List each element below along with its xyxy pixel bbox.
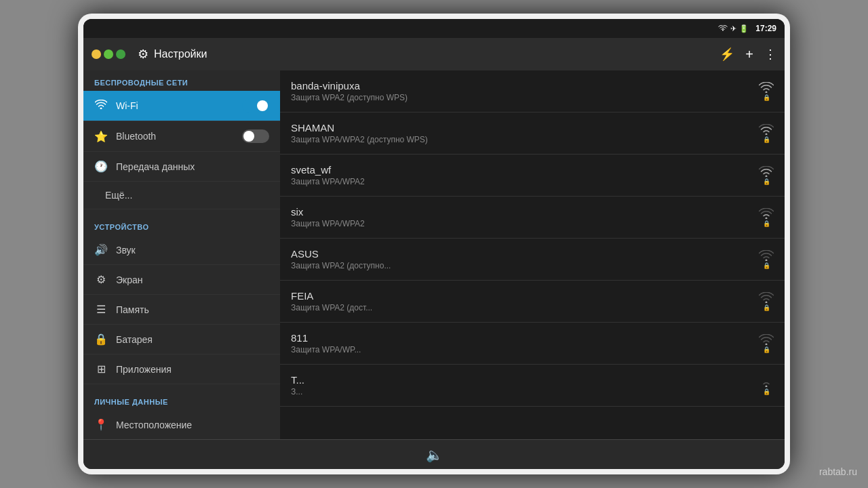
window-dots: [92, 49, 125, 59]
settings-gear-icon: ⚙: [138, 47, 149, 62]
section-personal: ЛИЧНЫЕ ДАННЫЕ: [83, 390, 280, 410]
svg-point-7: [766, 343, 768, 345]
memory-icon: ☰: [94, 303, 108, 316]
status-icons: ✈ 🔋 17:29: [718, 24, 776, 33]
wifi-name-1: SHAMAN: [291, 122, 759, 134]
battery-icon: 🔋: [739, 24, 749, 33]
tablet-frame: ✈ 🔋 17:29 ⚙ Настройки ⚡: [78, 14, 790, 474]
sound-icon: 🔊: [94, 243, 108, 256]
sidebar-item-location[interactable]: 📍 Местоположение: [83, 410, 280, 439]
airplane-icon: ✈: [730, 24, 736, 33]
action-bar: ⚙ Настройки ⚡ + ⋮: [83, 38, 785, 70]
sidebar-item-bluetooth[interactable]: ⭐ Bluetooth: [83, 121, 280, 152]
sound-label: Звук: [116, 245, 269, 256]
svg-point-5: [766, 259, 768, 261]
wifi-info-7: T... З...: [291, 374, 759, 396]
wifi-security-2: Защита WPA/WPA2: [291, 177, 759, 186]
wifi-info-2: sveta_wf Защита WPA/WPA2: [291, 164, 759, 186]
wifi-security-0: Защита WPA2 (доступно WPS): [291, 93, 759, 102]
svg-point-2: [766, 133, 768, 135]
wifi-networks-panel: banda-vinipuxa Защита WPA2 (доступно WPS…: [280, 70, 785, 439]
sidebar-item-memory[interactable]: ☰ Память: [83, 295, 280, 325]
wifi-signal-6: 🔒: [759, 334, 774, 353]
sidebar-item-more[interactable]: Ещё...: [83, 182, 280, 209]
wifi-network-1[interactable]: SHAMAN Защита WPA/WPA2 (доступно WPS) 🔒: [280, 113, 785, 155]
dot-yellow: [92, 49, 101, 59]
watermark: rabtab.ru: [819, 466, 857, 477]
status-bar: ✈ 🔋 17:29: [83, 19, 785, 38]
wifi-network-5[interactable]: FEIA Защита WPA2 (дост... 🔒: [280, 281, 785, 323]
wifi-network-3[interactable]: six Защита WPA/WPA2 🔒: [280, 197, 785, 239]
wifi-signal-4: 🔒: [759, 250, 774, 269]
svg-point-6: [766, 301, 768, 303]
wifi-signal-7: 🔒: [759, 376, 774, 395]
wifi-signal-5: 🔒: [759, 292, 774, 311]
sidebar: БЕСПРОВОДНЫЕ СЕТИ Wi-Fi: [83, 70, 280, 439]
status-time: 17:29: [755, 24, 776, 33]
more-label: Ещё...: [105, 190, 269, 201]
apps-label: Приложения: [116, 364, 269, 375]
wifi-info-6: 811 Защита WPA/WP...: [291, 332, 759, 354]
wifi-label: Wi-Fi: [116, 100, 234, 111]
location-label: Местоположение: [116, 420, 269, 430]
wifi-info-3: six Защита WPA/WPA2: [291, 206, 759, 228]
wifi-name-2: sveta_wf: [291, 164, 759, 176]
volume-button[interactable]: 🔈: [406, 447, 463, 463]
dot-green1: [104, 49, 113, 59]
wifi-name-7: T...: [291, 374, 759, 386]
wifi-name-5: FEIA: [291, 290, 759, 302]
wifi-security-5: Защита WPA2 (дост...: [291, 303, 759, 312]
wifi-info-0: banda-vinipuxa Защита WPA2 (доступно WPS…: [291, 80, 759, 102]
location-icon: 📍: [94, 418, 108, 431]
wifi-signal-0: 🔒: [759, 82, 774, 101]
action-bar-left: ⚙ Настройки: [92, 47, 719, 62]
wifi-toggle[interactable]: [242, 99, 269, 113]
section-device: УСТРОЙСТВО: [83, 215, 280, 235]
wifi-name-6: 811: [291, 332, 759, 344]
bluetooth-label: Bluetooth: [116, 131, 234, 142]
bottom-nav: 🔈: [83, 439, 785, 469]
display-icon: ⚙: [94, 273, 108, 286]
sidebar-item-data[interactable]: 🕐 Передача данных: [83, 152, 280, 182]
svg-point-4: [766, 217, 768, 219]
add-button[interactable]: +: [745, 47, 753, 62]
svg-point-0: [100, 108, 102, 110]
sidebar-item-wifi[interactable]: Wi-Fi: [83, 91, 280, 121]
wifi-info-5: FEIA Защита WPA2 (дост...: [291, 290, 759, 312]
wifi-name-0: banda-vinipuxa: [291, 80, 759, 92]
wifi-security-4: Защита WPA2 (доступно...: [291, 261, 759, 270]
wifi-signal-2: 🔒: [759, 166, 774, 185]
action-bar-right: ⚡ + ⋮: [719, 47, 776, 62]
bluetooth-toggle[interactable]: [242, 129, 269, 143]
wifi-name-4: ASUS: [291, 248, 759, 260]
wifi-security-3: Защита WPA/WPA2: [291, 219, 759, 228]
sidebar-item-apps[interactable]: ⊞ Приложения: [83, 354, 280, 384]
sidebar-item-display[interactable]: ⚙ Экран: [83, 265, 280, 295]
wifi-status-icon: [718, 25, 728, 32]
sidebar-item-sound[interactable]: 🔊 Звук: [83, 235, 280, 265]
menu-button[interactable]: ⋮: [764, 47, 776, 62]
sidebar-item-battery[interactable]: 🔒 Батарея: [83, 325, 280, 354]
wifi-security-7: З...: [291, 387, 759, 396]
display-label: Экран: [116, 274, 269, 285]
wifi-network-4[interactable]: ASUS Защита WPA2 (доступно... 🔒: [280, 239, 785, 281]
battery-sidebar-icon: 🔒: [94, 333, 108, 346]
dot-green2: [116, 49, 125, 59]
wifi-signal-3: 🔒: [759, 208, 774, 227]
wifi-network-6[interactable]: 811 Защита WPA/WP... 🔒: [280, 323, 785, 365]
svg-point-3: [766, 175, 768, 177]
wifi-signal-1: 🔒: [759, 124, 774, 143]
outer-bezel: ✈ 🔋 17:29 ⚙ Настройки ⚡: [0, 0, 868, 488]
flash-icon: ⚡: [719, 47, 734, 62]
wifi-network-0[interactable]: banda-vinipuxa Защита WPA2 (доступно WPS…: [280, 70, 785, 113]
battery-label: Батарея: [116, 334, 269, 345]
wifi-network-2[interactable]: sveta_wf Защита WPA/WPA2 🔒: [280, 155, 785, 197]
wifi-name-3: six: [291, 206, 759, 218]
wifi-info-1: SHAMAN Защита WPA/WPA2 (доступно WPS): [291, 122, 759, 144]
main-content: БЕСПРОВОДНЫЕ СЕТИ Wi-Fi: [83, 70, 785, 439]
wifi-security-6: Защита WPA/WP...: [291, 345, 759, 354]
wifi-security-1: Защита WPA/WPA2 (доступно WPS): [291, 135, 759, 144]
wifi-network-7[interactable]: T... З... 🔒: [280, 365, 785, 407]
data-icon: 🕐: [94, 160, 108, 173]
wifi-icon: [94, 100, 108, 112]
